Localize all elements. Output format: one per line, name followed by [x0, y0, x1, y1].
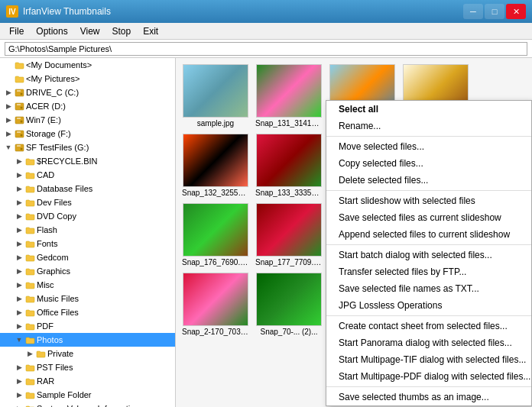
sidebar-item[interactable]: ▶Fonts	[0, 237, 175, 250]
thumbnail-item[interactable]: Snap_177_7709.JPG	[255, 203, 323, 266]
sidebar-item-label: Sample Folder	[37, 390, 92, 399]
menu-options[interactable]: Options	[30, 24, 73, 38]
sidebar-item[interactable]: ▶CAD	[0, 168, 175, 182]
thumbnail-image	[183, 134, 248, 187]
tree-expander-icon	[3, 73, 14, 84]
tree-expander-icon: ▶	[14, 389, 24, 400]
tree-expander-icon: ▶	[3, 87, 14, 98]
context-menu-item[interactable]: Append selected files to current slidesh…	[326, 226, 531, 243]
svg-point-11	[20, 134, 22, 136]
sidebar-item-label: Fonts	[37, 239, 58, 248]
context-menu-item[interactable]: JPG Lossless Operations	[326, 297, 531, 314]
sidebar-item[interactable]: ▶Gedcom	[0, 250, 175, 264]
sidebar-item-label: Office Files	[37, 308, 79, 317]
address-input[interactable]	[5, 42, 527, 56]
sidebar-item[interactable]: <My Pictures>	[0, 72, 175, 86]
sidebar-item-label: Music Files	[37, 294, 79, 303]
sidebar-item-label: RAR	[37, 376, 54, 386]
thumbnail-item[interactable]: Snap_2-170_7036...	[182, 273, 249, 336]
sidebar-item[interactable]: ▶Win7 (E:)	[0, 113, 175, 127]
sidebar-item[interactable]: ▶Private	[0, 347, 175, 360]
title-bar: IV IrfanView Thumbnails ─ □ ✕	[0, 0, 532, 23]
sidebar-item[interactable]: ▶Storage (F:)	[0, 127, 175, 141]
sidebar-item[interactable]: ▶Graphics	[0, 264, 175, 278]
thumbnail-item[interactable]: Snap_133_3335_RJ - Copy.JPG	[255, 134, 323, 197]
sidebar-item[interactable]: ▶PST Files	[0, 360, 175, 374]
sidebar-item[interactable]: <My Documents>	[0, 58, 175, 72]
minimize-button[interactable]: ─	[463, 4, 483, 19]
sidebar-item[interactable]: ▼Photos	[0, 333, 175, 347]
context-menu-item[interactable]: Start slideshow with selected files	[326, 192, 531, 209]
context-menu-item[interactable]: Transfer selected files by FTP...	[326, 263, 531, 280]
sidebar-item-label: <My Pictures>	[26, 74, 79, 83]
folder-icon	[24, 252, 35, 263]
menu-stop[interactable]: Stop	[106, 24, 138, 38]
context-menu-separator	[326, 244, 531, 245]
sidebar-item[interactable]: ▼SF TestFiles (G:)	[0, 141, 175, 154]
tree-expander-icon: ▶	[14, 197, 24, 208]
thumbnail-item[interactable]: Snap_132_3255_RJ - Copy.JPG	[182, 134, 249, 197]
sidebar-item-label: Private	[47, 349, 73, 358]
context-menu-item[interactable]: Delete selected files...	[326, 172, 531, 189]
context-menu-item[interactable]: Select all	[326, 101, 531, 118]
context-menu-item[interactable]: Save selected files as current slideshow	[326, 209, 531, 226]
sidebar-item[interactable]: ▶Office Files	[0, 305, 175, 319]
menu-file[interactable]: File	[3, 24, 30, 38]
context-menu-item[interactable]: Create contact sheet from selected files…	[326, 318, 531, 334]
tree-expander-icon: ▶	[3, 115, 14, 125]
context-menu-item[interactable]: Start Panorama dialog with selected file…	[326, 334, 531, 351]
context-menu-item[interactable]: Save selected thumbs as an image...	[326, 389, 531, 405]
sidebar-item[interactable]: ▶ACER (D:)	[0, 99, 175, 113]
tree-expander-icon: ▶	[3, 101, 14, 111]
context-menu-item[interactable]: Move selected files...	[326, 138, 531, 155]
folder-icon	[24, 279, 35, 290]
sidebar-item[interactable]: ▶Misc	[0, 278, 175, 292]
sidebar-item[interactable]: ▶Music Files	[0, 292, 175, 305]
sidebar-item[interactable]: ▶Sample Folder	[0, 388, 175, 402]
sidebar-item[interactable]: ▶DVD Copy	[0, 209, 175, 223]
svg-point-14	[20, 147, 22, 150]
folder-icon	[24, 224, 35, 235]
svg-rect-1	[17, 90, 21, 92]
sidebar-item[interactable]: ▶Dev Files	[0, 195, 175, 209]
sidebar-item-label: PST Files	[37, 363, 73, 372]
context-menu-item[interactable]: Start Multipage-TIF dialog with selected…	[326, 351, 531, 368]
sidebar-item[interactable]: ▶DRIVE_C (C:)	[0, 86, 175, 99]
menu-view[interactable]: View	[74, 24, 106, 38]
sidebar-item-label: <My Documents>	[26, 60, 92, 69]
tree-expander-icon: ▼	[14, 334, 24, 345]
sidebar-item[interactable]: ▶System Volume Information	[0, 402, 175, 407]
thumbnail-item[interactable]: sample.jpg	[182, 64, 249, 128]
menu-bar: File Options View Stop Exit	[0, 23, 532, 40]
sidebar-item-label: Graphics	[37, 266, 70, 276]
tree-expander-icon: ▶	[14, 156, 24, 166]
context-menu-item[interactable]: Copy selected files...	[326, 155, 531, 172]
sidebar[interactable]: <My Documents><My Pictures>▶DRIVE_C (C:)…	[0, 58, 176, 407]
close-button[interactable]: ✕	[506, 4, 526, 19]
context-menu-item[interactable]: Save selected file names as TXT...	[326, 280, 531, 297]
thumbnail-label: Snap_176_7690.JPG	[182, 258, 249, 266]
thumbnail-item[interactable]: Snap_70-... (2)...	[255, 273, 323, 336]
window-title: IrfanView Thumbnails	[23, 6, 111, 17]
sidebar-item[interactable]: ▶Flash	[0, 223, 175, 237]
context-menu-item[interactable]: Start batch dialog with selected files..…	[326, 247, 531, 263]
thumbnail-item[interactable]: Snap_176_7690.JPG	[182, 203, 249, 266]
sidebar-item-label: Win7 (E:)	[26, 115, 61, 124]
address-bar	[0, 40, 532, 58]
context-menu-item[interactable]: Start Multipage-PDF dialog with selected…	[326, 368, 531, 385]
tree-expander-icon: ▶	[3, 128, 14, 139]
thumbnail-label: Snap_70-... (2)...	[260, 328, 317, 336]
context-menu-item[interactable]: Rename...	[326, 118, 531, 134]
folder-icon	[14, 142, 24, 153]
folder-icon	[14, 101, 24, 111]
sidebar-item[interactable]: ▶$RECYCLE.BIN	[0, 154, 175, 168]
content-area: sample.jpgSnap_131_3141_R...Snap_132_320…	[176, 58, 532, 407]
menu-exit[interactable]: Exit	[137, 24, 164, 38]
tree-expander-icon: ▶	[14, 266, 24, 276]
thumbnail-item[interactable]: Snap_131_3141_R...	[255, 64, 323, 128]
thumbnail-image	[183, 273, 248, 326]
sidebar-item[interactable]: ▶RAR	[0, 374, 175, 388]
maximize-button[interactable]: □	[485, 4, 504, 19]
sidebar-item[interactable]: ▶PDF	[0, 319, 175, 333]
sidebar-item[interactable]: ▶Database Files	[0, 182, 175, 195]
